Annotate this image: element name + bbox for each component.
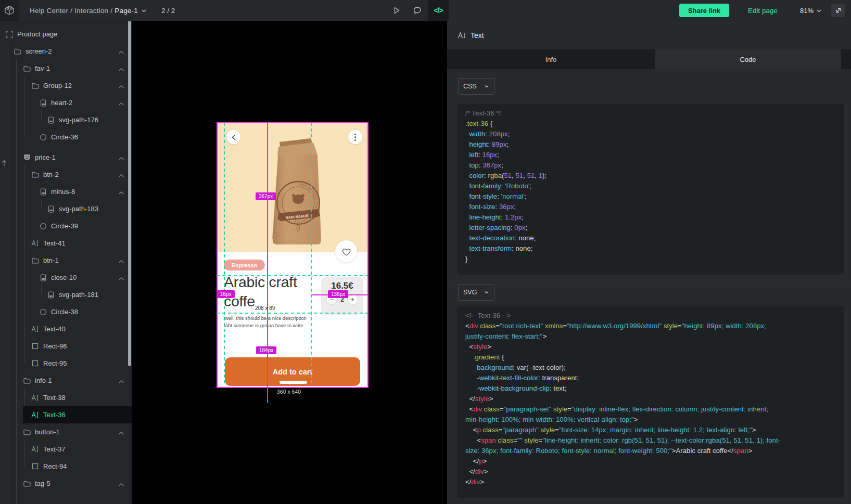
layer-label: svg-path-183 — [59, 205, 98, 213]
layer-label: Group-12 — [43, 82, 72, 89]
layer-item-heart-2[interactable]: heart-2 — [0, 94, 132, 111]
collapse-chevron-icon[interactable] — [118, 275, 124, 282]
layer-item-btn-1[interactable]: btn-1 — [0, 252, 132, 269]
layer-item-circle-38[interactable]: Circle-38 — [0, 303, 132, 320]
layer-item-circle-36[interactable]: Circle-36 — [0, 128, 132, 146]
layer-item-text-38[interactable]: Text-38 — [0, 389, 132, 406]
svg-code-block[interactable]: <!-- Text-36 --><div class="root rich-te… — [457, 306, 844, 498]
collapse-chevron-icon[interactable] — [118, 66, 124, 73]
comments-button[interactable] — [407, 0, 428, 21]
plus-button[interactable]: + — [347, 294, 358, 305]
back-button[interactable] — [226, 130, 240, 144]
layer-item-svg-path-183[interactable]: svg-path-183 — [0, 200, 132, 217]
layer-label: fav-1 — [35, 64, 50, 72]
layer-item-rect-96[interactable]: Rect-96 — [0, 338, 132, 355]
layer-label: Text-40 — [43, 325, 66, 333]
collapse-chevron-icon[interactable] — [118, 172, 124, 179]
text-icon — [31, 394, 39, 402]
layer-item-text-37[interactable]: Text-37 — [0, 441, 132, 458]
css-code-block[interactable]: /* Text-36 */.text-36 { width: 208px; he… — [457, 104, 844, 275]
collapse-chevron-icon[interactable] — [118, 378, 124, 385]
coffee-bag-image: 100% ORGANIC COLOMBIA COFFEE NABI NAHUE — [264, 131, 326, 250]
layer-item-minus-8[interactable]: minus-8 — [0, 183, 132, 200]
tab-bar-filler — [841, 49, 851, 69]
layer-item-text-40[interactable]: Text-40 — [0, 320, 132, 338]
favorite-button[interactable] — [335, 240, 357, 262]
frame-icon — [5, 30, 13, 38]
layer-label: Product page — [17, 30, 57, 38]
svgfile-icon — [47, 116, 55, 124]
tab-info[interactable]: Info — [447, 49, 655, 69]
css-dropdown-value: CSS — [463, 83, 477, 90]
layer-item-info-1[interactable]: info-1 — [0, 372, 132, 389]
collapse-chevron-icon[interactable] — [118, 429, 124, 437]
guide-horizontal-bottom — [217, 313, 367, 314]
layer-item-price-1[interactable]: price-1 — [0, 149, 132, 166]
rect-icon — [31, 342, 39, 350]
product-image-area: 100% ORGANIC COLOMBIA COFFEE NABI NAHUE — [218, 123, 367, 252]
measurement-badge-bottom: 184px — [256, 346, 276, 354]
category-tag[interactable]: Expresso — [224, 260, 265, 270]
fullscreen-button[interactable] — [831, 4, 845, 17]
code-view-button[interactable]: </> — [428, 0, 449, 21]
ruler-line-vertical — [267, 122, 268, 403]
layer-item-fav-1[interactable]: fav-1 — [0, 60, 132, 77]
collapse-chevron-icon[interactable] — [118, 100, 124, 108]
layer-item-svg-path-181[interactable]: svg-path-181 — [0, 286, 132, 303]
menu-button[interactable] — [348, 130, 362, 144]
css-format-dropdown[interactable]: CSS — [458, 78, 494, 95]
layer-item-close-10[interactable]: close-10 — [0, 269, 132, 286]
page-counter: 2 / 2 — [161, 0, 175, 21]
design-canvas[interactable]: 100% ORGANIC COLOMBIA COFFEE NABI NAHUE … — [132, 21, 447, 504]
svg-format-dropdown[interactable]: SVG — [458, 284, 494, 301]
svgfile-icon — [39, 274, 47, 281]
collapse-chevron-icon[interactable] — [118, 257, 124, 265]
layer-item-svg-path-176[interactable]: svg-path-176 — [0, 111, 132, 128]
tab-code[interactable]: Code — [655, 49, 841, 69]
layer-item-text-36[interactable]: Text-36 — [23, 406, 132, 423]
folder-icon — [23, 377, 31, 384]
layer-label: btn-2 — [43, 171, 59, 178]
layer-item-screen-2[interactable]: screen-2 — [0, 43, 132, 60]
collapse-chevron-icon[interactable] — [118, 154, 124, 162]
chevron-down-icon[interactable] — [141, 8, 147, 14]
mockup-screen[interactable]: 100% ORGANIC COLOMBIA COFFEE NABI NAHUE … — [217, 122, 369, 388]
edit-page-link[interactable]: Edit page — [748, 0, 778, 21]
heart-icon — [341, 247, 352, 256]
folder-icon — [23, 428, 31, 436]
layer-item-text-41[interactable]: Text-41 — [0, 235, 132, 252]
layer-item-button-1[interactable]: button-1 — [0, 423, 132, 441]
layer-item-group-12[interactable]: Group-12 — [0, 77, 132, 94]
layer-item-product page[interactable]: Product page — [0, 25, 132, 43]
layer-item-circle-39[interactable]: Circle-39 — [0, 217, 132, 235]
layer-label: screen-2 — [26, 47, 52, 55]
text-icon — [31, 411, 39, 419]
home-indicator — [280, 381, 307, 384]
share-link-button[interactable]: Share link — [679, 4, 729, 17]
layer-item-btn-2[interactable]: btn-2 — [0, 166, 132, 183]
app-logo[interactable] — [0, 0, 19, 21]
collapse-chevron-icon[interactable] — [118, 481, 124, 488]
breadcrumb[interactable]: Help Center / Interaction / Page-1 — [30, 0, 147, 21]
layer-label: price-1 — [35, 153, 56, 161]
sidebar-scrollbar[interactable] — [128, 21, 131, 366]
folder-icon — [31, 82, 39, 89]
expand-arrows-icon — [835, 7, 842, 14]
product-description: Well, this should be a nice description … — [224, 315, 317, 329]
layer-item-tag-5[interactable]: tag-5 — [0, 475, 132, 492]
zoom-control[interactable]: 81% — [800, 0, 822, 21]
inspector-header: Text — [447, 21, 851, 49]
play-button[interactable] — [386, 0, 407, 21]
layer-label: Circle-38 — [51, 308, 78, 316]
layer-tree: Product pagescreen-2fav-1Group-12heart-2… — [0, 25, 132, 492]
collapse-chevron-icon[interactable] — [118, 48, 124, 56]
guide-vertical-left — [224, 123, 225, 386]
layer-item-rect-94[interactable]: Rect-94 — [0, 458, 132, 475]
mask-icon — [23, 153, 31, 161]
layer-item-rect-95[interactable]: Rect-95 — [0, 355, 132, 372]
section-divider — [447, 280, 851, 280]
collapse-chevron-icon[interactable] — [118, 83, 124, 91]
collapse-chevron-icon[interactable] — [118, 189, 124, 197]
folder-icon — [31, 171, 39, 178]
inspector-tabs: Info Code — [447, 49, 851, 69]
